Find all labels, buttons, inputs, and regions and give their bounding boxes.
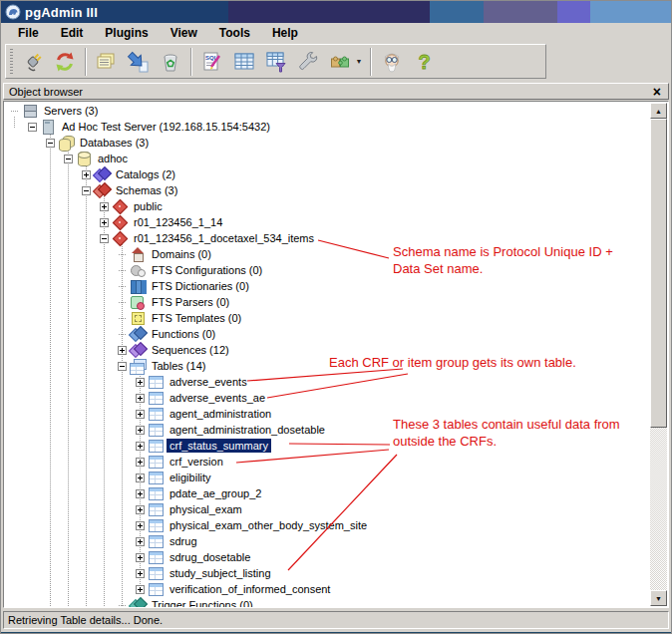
scroll-up-button[interactable]: ▲ — [650, 103, 667, 119]
tree-item-label[interactable]: FTS Configurations (0) — [149, 263, 265, 277]
table-icon[interactable] — [148, 391, 164, 405]
tree-item-label[interactable]: study_subject_listing — [167, 566, 274, 580]
tree-item-verification-of-informed-consent[interactable]: verification_of_informed_consent — [5, 581, 650, 597]
tree-item-r01-123456-1-docetaxel-534-items[interactable]: r01_123456_1_docetaxel_534_items — [5, 230, 650, 246]
table-icon[interactable] — [148, 375, 164, 389]
table-icon[interactable] — [148, 423, 164, 437]
tree-item-adverse-events-ae[interactable]: adverse_events_ae — [5, 390, 650, 406]
tree-item-label[interactable]: eligibility — [167, 471, 214, 484]
toolbar-properties-button[interactable] — [92, 48, 122, 76]
tree-item-trigger-functions-0[interactable]: Trigger Functions (0) — [5, 597, 650, 607]
expand-icon[interactable] — [100, 202, 109, 211]
menu-tools[interactable]: Tools — [208, 24, 261, 43]
tree-item-crf-version[interactable]: crf_version — [5, 454, 650, 470]
tree-item-schemas-3[interactable]: Schemas (3) — [5, 182, 650, 198]
table-icon[interactable] — [148, 534, 164, 548]
schema-icon[interactable] — [112, 215, 128, 229]
expand-icon[interactable] — [100, 218, 109, 227]
toolbar-view-data-button[interactable] — [229, 48, 259, 76]
tree-item-public[interactable]: public — [5, 198, 650, 214]
tree-item-pdate-ae-group-2[interactable]: pdate_ae_group_2 — [5, 485, 650, 501]
scrollbar-thumb[interactable] — [650, 119, 667, 428]
schema-icon[interactable] — [112, 231, 128, 245]
table-icon[interactable] — [148, 566, 164, 580]
tree-item-adhoc[interactable]: adhoc — [5, 151, 650, 166]
tree-item-label[interactable]: agent_administration_dosetable — [167, 423, 328, 437]
expand-icon[interactable] — [136, 394, 145, 403]
table-icon[interactable] — [148, 582, 164, 596]
tree-item-label[interactable]: Sequences (12) — [149, 343, 232, 357]
tree-item-label[interactable]: Catalogs (2) — [113, 167, 178, 181]
tree-item-label[interactable]: Ad Hoc Test Server (192.168.15.154:5432) — [59, 120, 273, 134]
tree-item-crf-status-summary[interactable]: crf_status_summary — [5, 438, 650, 454]
table-icon[interactable] — [148, 455, 164, 469]
tree-item-label[interactable]: Schemas (3) — [113, 183, 180, 197]
table-icon[interactable] — [148, 486, 164, 500]
toolbar-connect-button[interactable] — [18, 48, 48, 76]
toolbar-grip[interactable] — [10, 49, 13, 75]
tree-item-ad-hoc-test-server-192-168-15-154-5432[interactable]: Ad Hoc Test Server (192.168.15.154:5432) — [5, 119, 650, 135]
scroll-down-button[interactable]: ▼ — [650, 590, 667, 606]
function-icon[interactable] — [130, 327, 146, 341]
tree-item-label[interactable]: pdate_ae_group_2 — [167, 486, 264, 500]
tree-item-fts-templates-0[interactable]: FTS Templates (0) — [5, 310, 650, 326]
tree-item-fts-configurations-0[interactable]: FTS Configurations (0) — [5, 262, 650, 278]
tables-icon[interactable] — [130, 359, 146, 373]
collapse-icon[interactable] — [118, 362, 127, 371]
tree-item-label[interactable]: FTS Parsers (0) — [149, 295, 232, 309]
tree-item-label[interactable]: FTS Dictionaries (0) — [149, 279, 252, 293]
toolbar-refresh-button[interactable] — [50, 48, 80, 76]
tree-item-functions-0[interactable]: Functions (0) — [5, 326, 650, 342]
tree-item-label[interactable]: Trigger Functions (0) — [149, 598, 256, 607]
toolbar-create-button[interactable] — [124, 48, 154, 76]
expand-icon[interactable] — [136, 474, 145, 482]
tree-item-label[interactable]: verification_of_informed_consent — [167, 582, 333, 596]
tree-item-study-subject-listing[interactable]: study_subject_listing — [5, 565, 650, 581]
table-icon[interactable] — [148, 502, 164, 516]
tree-item-r01-123456-1-14[interactable]: r01_123456_1_14 — [5, 214, 650, 230]
toolbar-drop-button[interactable] — [156, 48, 185, 76]
tree-item-agent-administration[interactable]: agent_administration — [5, 406, 650, 422]
collapse-icon[interactable] — [28, 123, 37, 132]
tree-item-label[interactable]: r01_123456_1_docetaxel_534_items — [131, 231, 317, 245]
tree-item-label[interactable]: FTS Templates (0) — [149, 311, 244, 325]
sequence-icon[interactable] — [130, 343, 146, 357]
servers-icon[interactable] — [22, 104, 38, 118]
tree-item-label[interactable]: adhoc — [95, 152, 131, 165]
toolbar-maintenance-button[interactable] — [293, 48, 323, 76]
collapse-icon[interactable] — [46, 139, 55, 148]
table-icon[interactable] — [148, 471, 164, 484]
tree-item-adverse-events[interactable]: adverse_events — [5, 374, 650, 390]
collapse-icon[interactable] — [100, 234, 109, 243]
tree-item-label[interactable]: crf_version — [167, 455, 226, 469]
expand-icon[interactable] — [136, 505, 145, 514]
tree-item-label[interactable]: adverse_events_ae — [167, 391, 268, 405]
tree-item-label[interactable]: crf_status_summary — [167, 439, 271, 453]
domain-icon[interactable] — [130, 247, 146, 261]
catalogs-icon[interactable] — [94, 167, 110, 181]
table-icon[interactable] — [148, 518, 164, 532]
expand-icon[interactable] — [136, 458, 145, 467]
tree-item-label[interactable]: sdrug_dosetable — [167, 550, 253, 564]
vertical-scrollbar[interactable]: ▲ ▼ — [650, 103, 667, 606]
expand-icon[interactable] — [136, 489, 145, 498]
menu-edit[interactable]: Edit — [50, 24, 95, 43]
tree-item-physical-exam-other-body-system-site[interactable]: physical_exam_other_body_system_site — [5, 517, 650, 533]
menu-plugins[interactable]: Plugins — [94, 24, 159, 43]
tree-item-label[interactable]: adverse_events — [167, 375, 250, 389]
tree-item-physical-exam[interactable]: physical_exam — [5, 501, 650, 517]
menu-view[interactable]: View — [160, 24, 208, 43]
table-icon[interactable] — [148, 439, 164, 453]
tree-item-sdrug[interactable]: sdrug — [5, 533, 650, 549]
tree-item-fts-parsers-0[interactable]: FTS Parsers (0) — [5, 294, 650, 310]
toolbar-filter-data-button[interactable] — [261, 48, 291, 76]
menu-help[interactable]: Help — [261, 24, 309, 43]
close-icon[interactable]: × — [651, 86, 663, 98]
expand-icon[interactable] — [136, 378, 145, 387]
collapse-icon[interactable] — [64, 155, 73, 163]
fts-dict-icon[interactable] — [130, 279, 146, 293]
expand-icon[interactable] — [136, 521, 145, 530]
toolbar-plugins-button[interactable] — [325, 48, 355, 76]
tree-item-databases-3[interactable]: Databases (3) — [5, 135, 650, 151]
tree-item-label[interactable]: Functions (0) — [149, 327, 218, 341]
